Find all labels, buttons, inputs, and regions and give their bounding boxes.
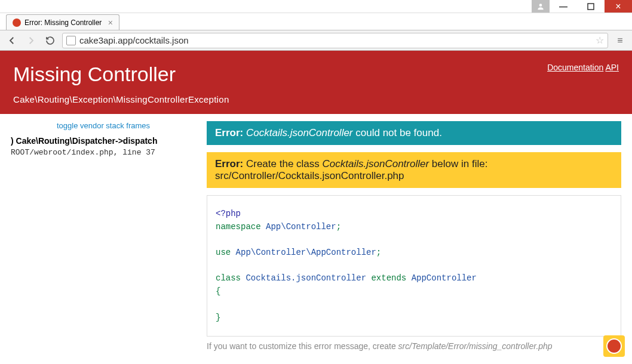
footnote-path: src/Template/Error/missing_controller.ph… [398, 341, 553, 351]
error-rest: could not be found. [353, 127, 442, 138]
stack-frame-location: ROOT/webroot/index.php, line 37 [11, 148, 196, 157]
tab-title: Error: Missing Controller [24, 18, 102, 27]
hint-pre: Create the class [246, 158, 323, 169]
stack-sidebar: toggle vendor stack frames ) Cake\Routin… [11, 121, 196, 351]
content-area: toggle vendor stack frames ) Cake\Routin… [0, 114, 632, 358]
minimize-button[interactable]: — [550, 0, 577, 13]
error-header: Missing Controller Documentation API Cak… [0, 51, 632, 114]
docs-link[interactable]: Documentation [547, 63, 603, 72]
error-banner-secondary: Error: Create the class Cocktails.jsonCo… [207, 152, 621, 188]
cake-logo-icon [606, 338, 622, 354]
toggle-vendor-frames[interactable]: toggle vendor stack frames [11, 121, 196, 130]
hint-label: Error: [215, 158, 246, 169]
address-bar[interactable]: cake3api.app/cocktails.json ☆ [62, 33, 608, 48]
error-label: Error: [215, 127, 246, 138]
main-panel: Error: Cocktails.jsonController could no… [207, 121, 621, 351]
exception-class: Cake\Routing\Exception\MissingController… [13, 94, 619, 104]
header-links: Documentation API [547, 63, 619, 72]
profile-button[interactable] [532, 0, 550, 13]
tab-strip: Error: Missing Controller × [0, 13, 632, 30]
hint-classname: Cocktails.jsonController [323, 158, 429, 169]
error-classname: Cocktails.jsonController [246, 127, 353, 138]
back-button[interactable] [5, 33, 19, 48]
reload-button[interactable] [43, 33, 57, 48]
api-link[interactable]: API [605, 63, 619, 72]
browser-toolbar: cake3api.app/cocktails.json ☆ ≡ [0, 30, 632, 51]
url-text: cake3api.app/cocktails.json [79, 35, 592, 45]
cake-badge[interactable] [603, 335, 625, 357]
forward-button[interactable] [24, 33, 38, 48]
maximize-button[interactable] [577, 0, 605, 13]
error-banner-primary: Error: Cocktails.jsonController could no… [207, 121, 621, 145]
footnote-text: If you want to customize this error mess… [207, 341, 398, 351]
bookmark-star-icon[interactable]: ☆ [596, 35, 604, 46]
page-title: Missing Controller [13, 63, 176, 86]
stack-frame-title: ) Cake\Routing\Dispatcher->dispatch [11, 136, 196, 146]
tab-close-icon[interactable]: × [108, 18, 113, 27]
favicon-icon [13, 18, 21, 27]
svg-rect-1 [588, 4, 594, 10]
svg-point-0 [539, 4, 542, 7]
code-block: <?php namespace App\Controller; use App\… [207, 195, 621, 337]
window-titlebar: — × [0, 0, 632, 13]
close-button[interactable]: × [605, 0, 632, 13]
footnote: If you want to customize this error mess… [207, 341, 621, 351]
browser-menu-button[interactable]: ≡ [613, 33, 627, 48]
page-icon [66, 36, 76, 45]
browser-tab[interactable]: Error: Missing Controller × [6, 14, 119, 30]
